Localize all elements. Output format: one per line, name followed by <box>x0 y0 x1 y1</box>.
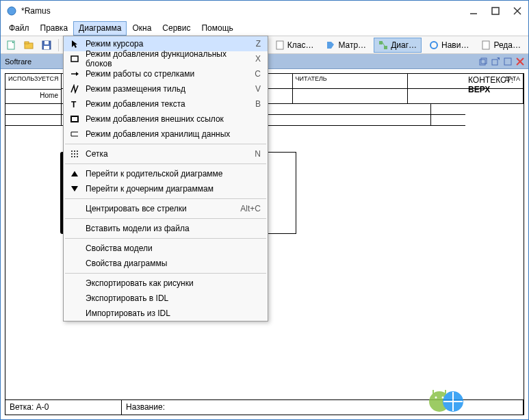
titlebar: *Ramus <box>1 1 528 21</box>
dropdown-item[interactable]: Режим размещения тильдV <box>64 81 268 96</box>
dropdown-item[interactable]: Режим добавления хранилищ данных <box>64 127 268 142</box>
panel-close-icon[interactable] <box>516 57 524 66</box>
diagram-icon <box>378 40 388 50</box>
dropdown-item-label: Режим добавления хранилищ данных <box>86 129 255 139</box>
dropdown-item-accel: Alt+C <box>240 204 261 213</box>
dropdown-item[interactable]: Перейти к родительской диаграмме <box>64 166 268 181</box>
dropdown-item-label: Импортировать из IDL <box>86 309 255 318</box>
menu-service[interactable]: Сервис <box>157 21 196 36</box>
svg-rect-23 <box>504 58 511 65</box>
dropdown-item-label: Свойства диаграммы <box>86 259 255 268</box>
doc-edit-icon <box>481 40 491 50</box>
svg-point-43 <box>71 150 73 152</box>
dropdown-separator <box>65 163 266 164</box>
svg-rect-35 <box>71 56 78 62</box>
store-icon <box>68 129 81 139</box>
svg-point-44 <box>74 150 75 152</box>
context-value: ВЕРХ <box>468 85 521 94</box>
svg-marker-52 <box>71 171 78 176</box>
menu-edit[interactable]: Правка <box>35 21 74 36</box>
dropdown-item-label: Сетка <box>86 149 249 159</box>
tab-navigator-label: Нави… <box>441 40 469 50</box>
svg-rect-20 <box>481 58 487 64</box>
svg-marker-53 <box>71 186 78 192</box>
branch-label: Ветка: <box>10 402 34 412</box>
menu-windows[interactable]: Окна <box>127 21 157 36</box>
dropdown-item-label: Режим работы со стрелками <box>86 69 249 79</box>
dropdown-item[interactable]: Режим работы со стрелкамиC <box>64 66 268 81</box>
tab-editor-label: Реда… <box>493 40 521 50</box>
dropdown-separator <box>65 144 266 144</box>
tab-matrix-label: Матр… <box>338 40 366 50</box>
dropdown-item-label: Режим добавления внешних ссылок <box>86 114 255 124</box>
svg-rect-32 <box>433 390 434 394</box>
header-home: Home <box>5 89 62 104</box>
dropdown-separator <box>65 198 266 199</box>
svg-marker-13 <box>327 42 334 49</box>
dropdown-item-label: Экспортировать как рисунки <box>86 278 255 288</box>
main-window: *Ramus Файл Правка Диаграмма Окна Сервис… <box>0 0 529 420</box>
svg-rect-10 <box>44 46 49 49</box>
tab-editor[interactable]: Реда… <box>476 38 526 53</box>
dropdown-item[interactable]: Вставить модели из файла <box>64 221 268 236</box>
svg-point-0 <box>8 7 16 15</box>
document-tab[interactable]: Softrare <box>5 57 31 66</box>
header-used: ИСПОЛЬЗУЕТСЯ <box>8 75 58 82</box>
menu-file[interactable]: Файл <box>3 21 35 36</box>
svg-point-30 <box>435 397 437 399</box>
svg-point-49 <box>71 156 73 157</box>
dropdown-item[interactable]: Свойства диаграммы <box>64 256 268 271</box>
tab-matrix[interactable]: Матр… <box>321 38 371 53</box>
svg-point-17 <box>430 42 437 49</box>
save-icon[interactable] <box>39 38 54 53</box>
minimize-button[interactable] <box>469 7 479 15</box>
open-folder-icon[interactable] <box>21 38 36 53</box>
window-minimize-icon[interactable] <box>491 57 500 66</box>
dropdown-item-label: Экспортировать в IDL <box>86 293 255 303</box>
dropdown-item[interactable]: Экспортировать в IDL <box>64 291 268 306</box>
globe-icon <box>429 40 439 50</box>
menu-diagram[interactable]: Диаграмма <box>73 21 127 36</box>
dropdown-item[interactable]: Экспортировать как рисунки <box>64 276 268 291</box>
maximize-button[interactable] <box>491 7 501 15</box>
doc-icon <box>275 40 285 50</box>
svg-rect-12 <box>276 41 283 49</box>
tag-icon <box>326 40 335 50</box>
dropdown-item[interactable]: TРежим добавления текстаB <box>64 96 268 111</box>
svg-rect-39 <box>71 116 78 122</box>
diagram-dropdown: Режим курсораZРежим добавления функциона… <box>63 36 268 321</box>
tab-diagram-label: Диаг… <box>391 40 417 50</box>
dropdown-item[interactable]: Центрировать все стрелкиAlt+C <box>64 201 268 216</box>
svg-marker-37 <box>76 72 79 76</box>
arrow-icon <box>68 69 81 79</box>
dropdown-item-accel: X <box>255 54 261 64</box>
dropdown-item[interactable]: СеткаN <box>64 146 268 161</box>
dropdown-item[interactable]: Режим добавления внешних ссылок <box>64 111 268 127</box>
new-file-icon[interactable] <box>3 38 18 53</box>
svg-point-31 <box>442 397 444 399</box>
dropdown-item-label: Вставить модели из файла <box>86 224 255 233</box>
tab-diagram[interactable]: Диаг… <box>374 38 422 53</box>
close-button[interactable] <box>513 7 523 15</box>
dropdown-item[interactable]: Перейти к дочерним диаграммам <box>64 181 268 196</box>
window-title: *Ramus <box>21 6 469 16</box>
context-label: КОНТЕКСТ: <box>468 75 521 85</box>
tab-class[interactable]: Клас… <box>270 38 319 53</box>
window-controls <box>469 7 523 15</box>
dropdown-item-accel: Z <box>256 39 261 49</box>
window-maximize-icon[interactable] <box>504 57 512 66</box>
svg-rect-14 <box>379 41 383 44</box>
dropdown-item[interactable]: Режим добавления функциональных блоковX <box>64 51 268 66</box>
dropdown-item[interactable]: Импортировать из IDL <box>64 306 268 321</box>
window-restore-icon[interactable] <box>479 57 487 66</box>
dropdown-item[interactable]: Свойства модели <box>64 241 268 256</box>
dropdown-item-label: Свойства модели <box>86 244 255 253</box>
dropdown-item-label: Перейти к дочерним диаграммам <box>86 184 255 194</box>
menu-help[interactable]: Помощь <box>196 21 238 36</box>
dropdown-separator <box>65 273 266 274</box>
svg-text:T: T <box>71 100 77 109</box>
tab-navigator[interactable]: Нави… <box>424 38 474 53</box>
svg-rect-21 <box>492 60 498 65</box>
svg-point-46 <box>71 153 73 155</box>
svg-point-51 <box>77 156 78 157</box>
